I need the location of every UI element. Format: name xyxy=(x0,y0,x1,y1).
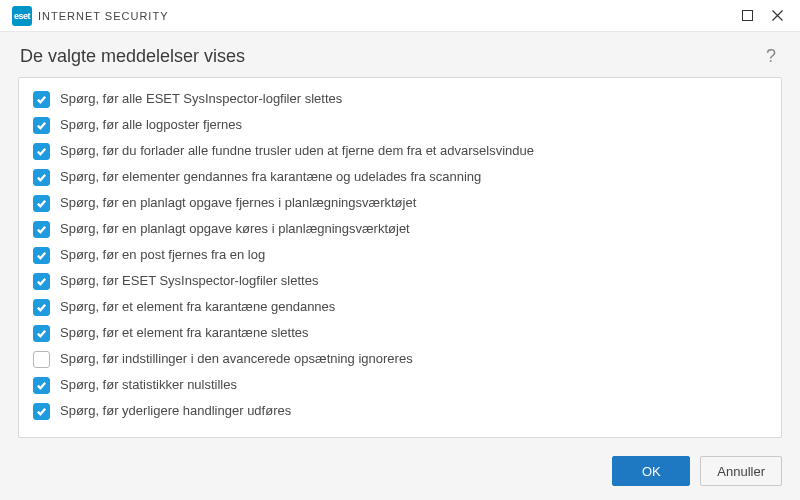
list-item: Spørg, før en planlagt opgave fjernes i … xyxy=(19,190,781,216)
list-item: Spørg, før alle logposter fjernes xyxy=(19,112,781,138)
notification-label: Spørg, før ESET SysInspector-logfiler sl… xyxy=(60,272,318,290)
ok-button[interactable]: OK xyxy=(612,456,690,486)
check-icon xyxy=(36,276,47,287)
notifications-list[interactable]: Spørg, før alle ESET SysInspector-logfil… xyxy=(19,78,781,437)
notification-checkbox[interactable] xyxy=(33,143,50,160)
check-icon xyxy=(36,198,47,209)
product-name: INTERNET SECURITY xyxy=(38,10,168,22)
notification-label: Spørg, før indstillinger i den avancered… xyxy=(60,350,413,368)
notification-label: Spørg, før en planlagt opgave fjernes i … xyxy=(60,194,416,212)
notification-label: Spørg, før en planlagt opgave køres i pl… xyxy=(60,220,410,238)
list-item: Spørg, før du forlader alle fundne trusl… xyxy=(19,138,781,164)
check-icon xyxy=(36,120,47,131)
list-item: Spørg, før en post fjernes fra en log xyxy=(19,242,781,268)
notification-checkbox[interactable] xyxy=(33,117,50,134)
notification-label: Spørg, før yderligere handlinger udføres xyxy=(60,402,291,420)
list-item: Spørg, før yderligere handlinger udføres xyxy=(19,398,781,424)
notification-label: Spørg, før du forlader alle fundne trusl… xyxy=(60,142,534,160)
page-title: De valgte meddelelser vises xyxy=(20,46,762,67)
eset-logo-icon: eset xyxy=(12,6,32,26)
titlebar: eset INTERNET SECURITY xyxy=(0,0,800,32)
notification-checkbox[interactable] xyxy=(33,299,50,316)
notification-label: Spørg, før statistikker nulstilles xyxy=(60,376,237,394)
list-item: Spørg, før ESET SysInspector-logfiler sl… xyxy=(19,268,781,294)
list-item: Spørg, før alle ESET SysInspector-logfil… xyxy=(19,86,781,112)
dialog-header: De valgte meddelelser vises ? xyxy=(0,32,800,77)
notification-label: Spørg, før alle logposter fjernes xyxy=(60,116,242,134)
check-icon xyxy=(36,406,47,417)
notification-checkbox[interactable] xyxy=(33,221,50,238)
list-item: Spørg, før indstillinger i den avancered… xyxy=(19,346,781,372)
notification-checkbox[interactable] xyxy=(33,377,50,394)
list-item: Spørg, før et element fra karantæne gend… xyxy=(19,294,781,320)
list-item: Spørg, før et element fra karantæne slet… xyxy=(19,320,781,346)
notification-label: Spørg, før en post fjernes fra en log xyxy=(60,246,265,264)
check-icon xyxy=(36,380,47,391)
notification-checkbox[interactable] xyxy=(33,169,50,186)
notification-checkbox[interactable] xyxy=(33,247,50,264)
notification-checkbox[interactable] xyxy=(33,351,50,368)
list-item: Spørg, før statistikker nulstilles xyxy=(19,372,781,398)
check-icon xyxy=(36,302,47,313)
notification-label: Spørg, før et element fra karantæne slet… xyxy=(60,324,309,342)
notification-checkbox[interactable] xyxy=(33,325,50,342)
check-icon xyxy=(36,146,47,157)
check-icon xyxy=(36,224,47,235)
maximize-icon xyxy=(742,10,753,21)
check-icon xyxy=(36,250,47,261)
notification-checkbox[interactable] xyxy=(33,91,50,108)
notification-label: Spørg, før et element fra karantæne gend… xyxy=(60,298,335,316)
dialog-window: eset INTERNET SECURITY De valgte meddele… xyxy=(0,0,800,500)
notification-checkbox[interactable] xyxy=(33,195,50,212)
list-item: Spørg, før elementer gendannes fra karan… xyxy=(19,164,781,190)
notification-checkbox[interactable] xyxy=(33,273,50,290)
close-button[interactable] xyxy=(762,2,792,30)
check-icon xyxy=(36,172,47,183)
maximize-button[interactable] xyxy=(732,2,762,30)
app-logo: eset INTERNET SECURITY xyxy=(12,6,168,26)
notification-checkbox[interactable] xyxy=(33,403,50,420)
svg-rect-0 xyxy=(742,11,752,21)
check-icon xyxy=(36,328,47,339)
close-icon xyxy=(772,10,783,21)
help-button[interactable]: ? xyxy=(762,46,780,67)
cancel-button[interactable]: Annuller xyxy=(700,456,782,486)
notification-label: Spørg, før alle ESET SysInspector-logfil… xyxy=(60,90,342,108)
list-item: Spørg, før en planlagt opgave køres i pl… xyxy=(19,216,781,242)
notifications-panel: Spørg, før alle ESET SysInspector-logfil… xyxy=(18,77,782,438)
check-icon xyxy=(36,94,47,105)
dialog-footer: OK Annuller xyxy=(0,446,800,500)
notification-label: Spørg, før elementer gendannes fra karan… xyxy=(60,168,481,186)
